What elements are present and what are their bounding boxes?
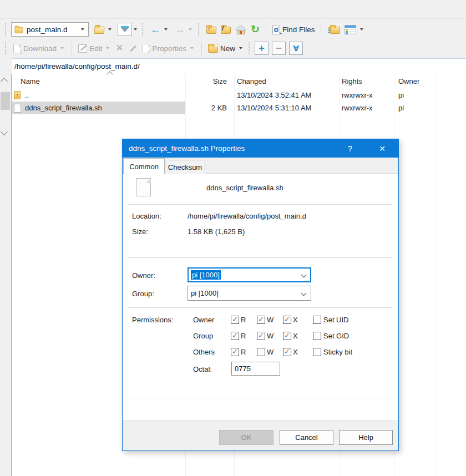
ok-button[interactable]: OK [219, 430, 273, 445]
file-name: .. [25, 89, 29, 102]
invert-selection-icon: ∀ [293, 44, 299, 53]
select-files-button[interactable]: + [255, 42, 269, 55]
table-row-parent-dir[interactable]: ↑ .. 13/10/2024 3:52:41 AM rwxrwxr-x pi [12, 89, 466, 102]
delete-icon: ✕ [115, 44, 123, 53]
forward-button[interactable]: → [173, 23, 187, 36]
toolbar-grip[interactable] [198, 23, 201, 36]
scroll-down-icon[interactable] [1, 128, 8, 135]
panel-view-button[interactable] [342, 23, 358, 36]
parent-directory-button[interactable]: ↑ [204, 23, 219, 36]
toolbar-grip[interactable] [5, 42, 8, 54]
column-header-name[interactable]: Name [21, 74, 40, 88]
rename-icon [130, 45, 136, 52]
back-button[interactable]: ← [148, 23, 163, 36]
download-label: Download [23, 44, 57, 53]
find-files-button[interactable]: Find Files [270, 23, 317, 36]
properties-icon: ✓ [143, 44, 150, 53]
column-header-owner[interactable]: Owner [398, 74, 419, 88]
properties-button[interactable]: ✓ Properties [140, 42, 198, 55]
column-header-rights[interactable]: Rights [342, 74, 362, 88]
open-directory-dropdown[interactable] [108, 28, 112, 31]
left-scrollbar-rail [0, 74, 12, 476]
perm-row-owner-label: Owner [193, 316, 214, 324]
octal-input[interactable] [231, 362, 280, 376]
properties-dropdown[interactable] [190, 47, 194, 49]
checkbox-owner-x[interactable] [283, 316, 291, 324]
delete-button[interactable]: ✕ [113, 42, 125, 54]
chevron-down-icon[interactable] [301, 272, 307, 278]
toolbar-grip[interactable] [249, 42, 251, 54]
synchronize-browsing-button[interactable] [325, 23, 342, 36]
root-directory-button[interactable]: / [219, 23, 233, 36]
tab-checksum[interactable]: Checksum [165, 160, 205, 174]
download-button[interactable]: ↓ Download [11, 42, 68, 55]
unselect-files-button[interactable]: − [272, 42, 286, 55]
table-row-ddns-script[interactable]: ddns_script_firewalla.sh 2 KB 13/10/2024… [12, 102, 466, 114]
checkbox-owner-r[interactable] [231, 316, 239, 324]
open-folder-icon [94, 27, 104, 34]
help-button[interactable]: Help [339, 430, 393, 445]
checkbox-sticky-bit[interactable] [313, 348, 321, 356]
filter-button[interactable] [118, 23, 132, 36]
download-icon: ↓ [13, 44, 21, 53]
dialog-help-button[interactable]: ? [342, 139, 358, 158]
checkbox-others-w[interactable] [257, 348, 265, 356]
toolbar-grip[interactable] [142, 23, 145, 36]
checkbox-setuid[interactable] [313, 316, 321, 324]
dialog-title: ddns_script_firewalla.sh Properties [129, 144, 245, 153]
checkbox-setgid[interactable] [313, 332, 321, 340]
perm-letter: X [293, 348, 298, 356]
toolbar-grip[interactable] [5, 23, 8, 36]
rename-button[interactable] [126, 43, 140, 54]
panel-view-dropdown[interactable] [360, 28, 363, 31]
group-combobox[interactable]: pi [1000] [188, 286, 311, 301]
scroll-up-icon[interactable] [1, 78, 8, 85]
perm-letter: X [293, 332, 298, 340]
new-folder-icon: ★ [208, 45, 218, 53]
checkbox-others-x[interactable] [283, 348, 291, 356]
filter-dropdown[interactable] [134, 28, 137, 31]
file-changed: 13/10/2024 5:31:10 AM [237, 102, 311, 114]
divider [128, 398, 392, 398]
forward-dropdown[interactable] [189, 28, 192, 31]
tab-common[interactable]: Common [123, 158, 165, 174]
chevron-down-icon[interactable] [81, 28, 84, 31]
checkbox-group-w[interactable] [257, 332, 265, 340]
back-dropdown[interactable] [164, 28, 168, 31]
perm-letter: R [241, 316, 246, 324]
checkbox-others-r[interactable] [231, 348, 239, 356]
root-directory-icon: / [221, 27, 231, 34]
edit-label: Edit [89, 44, 102, 53]
scrollbar-thumb[interactable] [1, 92, 10, 110]
home-directory-button[interactable] [233, 23, 249, 36]
toolbar-area: post_main.d ← → ↑ / [0, 0, 466, 74]
address-bar[interactable]: /home/pi/firewalla/config/post_main.d/ [12, 58, 466, 74]
special-perm-label: Set GID [323, 332, 349, 340]
checkbox-group-r[interactable] [231, 332, 239, 340]
column-header-changed[interactable]: Changed [237, 74, 266, 88]
owner-combobox[interactable]: pi [1000] [188, 267, 311, 282]
chevron-down-icon[interactable] [301, 291, 307, 296]
toolbar-separator [321, 23, 321, 36]
dialog-body: ddns_script_firewalla.sh Location: /home… [123, 174, 398, 420]
location-value: /home/pi/firewalla/config/post_main.d [188, 212, 306, 220]
new-dropdown[interactable] [239, 47, 242, 49]
edit-button[interactable]: Edit [76, 43, 113, 54]
cancel-button[interactable]: Cancel [280, 430, 333, 445]
close-icon[interactable]: ✕ [373, 139, 392, 158]
edit-dropdown[interactable] [106, 47, 109, 49]
column-header-size[interactable]: Size [185, 74, 234, 88]
plus-icon: + [259, 43, 265, 54]
download-dropdown[interactable] [60, 47, 64, 49]
properties-dialog: ddns_script_firewalla.sh Properties ? ✕ … [122, 139, 399, 451]
invert-selection-button[interactable]: ∀ [289, 42, 303, 55]
new-button[interactable]: ★ New [206, 42, 246, 54]
checkbox-group-x[interactable] [283, 332, 291, 340]
refresh-button[interactable]: ↻ [249, 23, 262, 36]
directory-combobox[interactable]: post_main.d [11, 22, 89, 37]
refresh-icon: ↻ [251, 24, 260, 34]
filter-icon [121, 26, 129, 33]
find-files-label: Find Files [282, 26, 315, 34]
open-directory-button[interactable] [92, 23, 107, 36]
checkbox-owner-w[interactable] [257, 316, 265, 324]
